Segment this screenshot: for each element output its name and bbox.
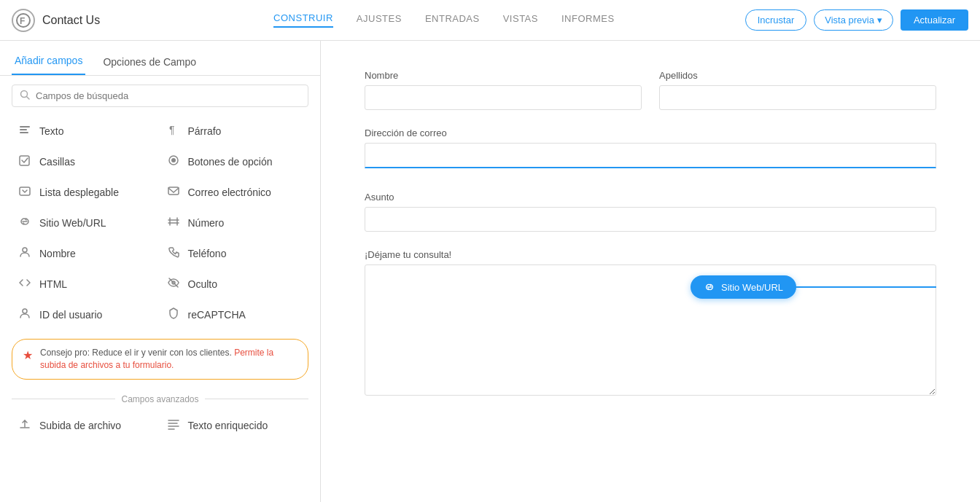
header: F Contact Us CONSTRUIR AJUSTES ENTRADAS … [0, 0, 980, 41]
radio-icon [166, 154, 181, 170]
advanced-separator: Campos avanzados [12, 394, 308, 404]
advanced-section: Campos avanzados [0, 388, 320, 410]
label-apellidos: Apellidos [659, 70, 936, 81]
field-oculto[interactable]: Oculto [160, 269, 309, 299]
label-email: Dirección de correo [365, 128, 936, 138]
sidebar-scroll: Texto ¶ Párrafo Casillas [0, 116, 320, 502]
svg-line-3 [27, 97, 30, 100]
captcha-icon [166, 307, 181, 323]
svg-rect-12 [168, 187, 179, 195]
field-botones[interactable]: Botones de opción [160, 146, 309, 177]
drag-line [771, 286, 936, 288]
rich-text-icon [166, 417, 181, 434]
form-group-nombre: Nombre [365, 70, 642, 110]
svg-point-21 [23, 309, 27, 313]
advanced-fields-grid: Subida de archivo Texto enriquecido [0, 410, 320, 441]
field-correo[interactable]: Correo electrónico [160, 177, 309, 208]
tab-vistas[interactable]: VISTAS [503, 13, 538, 27]
field-parrafo-label: Párrafo [188, 125, 222, 137]
pro-tip-text: Consejo pro: Reduce el ir y venir con lo… [40, 347, 298, 372]
field-casillas-label: Casillas [39, 156, 75, 168]
field-texto[interactable]: Texto [12, 116, 160, 146]
main-layout: Añadir campos Opciones de Campo [0, 41, 980, 502]
form-group-apellidos: Apellidos [659, 70, 936, 110]
field-html-label: HTML [39, 278, 67, 290]
label-mensaje: ¡Déjame tu consulta! [365, 249, 936, 260]
field-correo-label: Correo electrónico [188, 187, 271, 198]
field-telefono-label: Teléfono [188, 248, 227, 259]
field-nombre[interactable]: Nombre [12, 238, 160, 269]
checkbox-icon [18, 154, 32, 170]
svg-rect-11 [20, 187, 30, 195]
fields-grid: Texto ¶ Párrafo Casillas [0, 116, 320, 330]
input-asunto[interactable] [365, 207, 936, 232]
field-sitio[interactable]: Sitio Web/URL [12, 208, 160, 238]
tab-ajustes[interactable]: AJUSTES [357, 13, 402, 27]
pro-tip-banner: ★ Consejo pro: Reduce el ir y venir con … [12, 339, 308, 380]
tab-add-fields[interactable]: Añadir campos [12, 55, 85, 75]
field-casillas[interactable]: Casillas [12, 146, 160, 177]
text-icon [18, 123, 32, 139]
star-icon: ★ [23, 348, 33, 364]
preview-button[interactable]: Vista previa ▾ [814, 9, 893, 31]
search-icon [20, 90, 30, 102]
tab-informes[interactable]: INFORMES [561, 13, 615, 27]
field-subida-label: Subida de archivo [39, 420, 121, 431]
tab-field-options[interactable]: Opciones de Campo [100, 56, 199, 75]
field-recaptcha[interactable]: reCAPTCHA [160, 299, 309, 330]
field-oculto-label: Oculto [188, 278, 217, 290]
paragraph-icon: ¶ [166, 123, 181, 139]
field-texto-enriquecido-label: Texto enriquecido [188, 420, 268, 431]
field-lista-label: Lista desplegable [39, 187, 119, 198]
textarea-mensaje[interactable] [365, 264, 936, 396]
field-texto-enriquecido[interactable]: Texto enriquecido [160, 410, 309, 441]
field-botones-label: Botones de opción [188, 156, 273, 168]
field-telefono[interactable]: Teléfono [160, 238, 309, 269]
tab-construir[interactable]: CONSTRUIR [273, 12, 333, 28]
update-button[interactable]: Actualizar [901, 9, 968, 31]
upload-icon [18, 417, 32, 434]
number-icon [166, 215, 181, 231]
form-group-mensaje: ¡Déjame tu consulta! [365, 249, 936, 396]
field-usuario[interactable]: ID del usuario [12, 299, 160, 330]
app-title: Contact Us [42, 14, 100, 27]
search-wrapper [12, 85, 308, 107]
svg-rect-4 [20, 126, 30, 128]
form-canvas: Nombre Apellidos Dirección de correo Asu… [321, 41, 980, 502]
app-logo: F [12, 9, 35, 32]
form-row-mensaje: ¡Déjame tu consulta! [365, 249, 936, 396]
person-icon [18, 246, 32, 262]
field-numero[interactable]: Número [160, 208, 309, 238]
svg-rect-5 [20, 129, 27, 130]
field-lista[interactable]: Lista desplegable [12, 177, 160, 208]
main-nav: CONSTRUIR AJUSTES ENTRADAS VISTAS INFORM… [143, 12, 745, 28]
url-icon [18, 215, 32, 231]
header-actions: Incrustar Vista previa ▾ Actualizar [745, 9, 968, 31]
svg-point-18 [23, 248, 27, 252]
input-email[interactable] [365, 143, 936, 168]
chevron-down-icon: ▾ [877, 15, 882, 26]
dropdown-icon [18, 184, 32, 200]
form-group-asunto: Asunto [365, 192, 936, 232]
svg-rect-6 [20, 132, 28, 133]
incrustar-button[interactable]: Incrustar [745, 9, 807, 31]
search-input[interactable] [36, 90, 300, 101]
sidebar-tabs: Añadir campos Opciones de Campo [0, 41, 320, 76]
search-box-area [0, 76, 320, 116]
field-html[interactable]: HTML [12, 269, 160, 299]
field-recaptcha-label: reCAPTCHA [188, 309, 246, 321]
field-numero-label: Número [188, 217, 225, 229]
input-apellidos[interactable] [659, 85, 936, 110]
field-parrafo[interactable]: ¶ Párrafo [160, 116, 309, 146]
field-nombre-label: Nombre [39, 248, 76, 259]
tab-entradas[interactable]: ENTRADAS [425, 13, 480, 27]
field-texto-label: Texto [39, 125, 63, 137]
email-icon [166, 184, 181, 200]
label-asunto: Asunto [365, 192, 936, 203]
phone-icon [166, 246, 181, 262]
input-nombre[interactable] [365, 85, 642, 110]
sidebar: Añadir campos Opciones de Campo [0, 41, 321, 502]
field-subida[interactable]: Subida de archivo [12, 410, 160, 441]
html-icon [18, 276, 32, 292]
label-nombre: Nombre [365, 70, 642, 81]
